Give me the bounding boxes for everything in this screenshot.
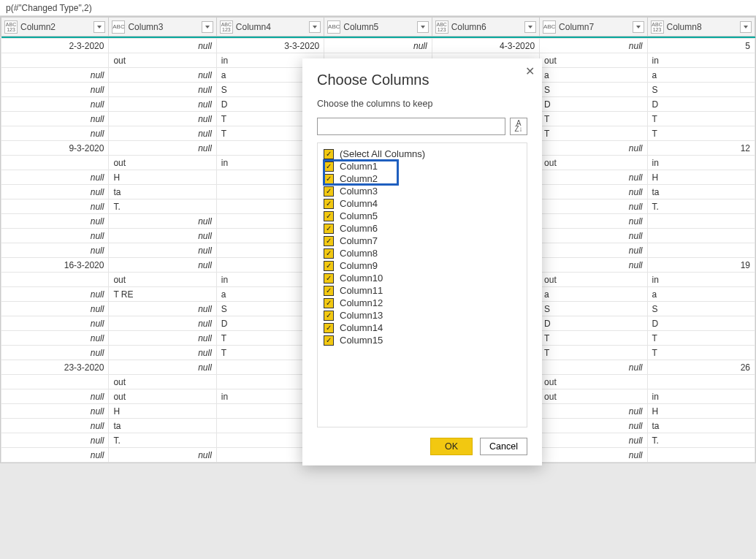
table-cell[interactable]: ta [647,185,755,199]
table-cell[interactable]: out [109,375,216,389]
column-item[interactable]: Column15 [324,334,521,346]
table-cell[interactable]: null [1,448,109,463]
table-cell[interactable]: T. [647,433,755,448]
column-filter-dropdown[interactable] [93,21,105,33]
text-type-icon[interactable]: ABC [543,20,556,34]
ok-button[interactable]: OK [430,438,473,455]
table-cell[interactable]: ta [647,419,755,433]
table-cell[interactable]: out [109,156,216,170]
table-cell[interactable]: 19 [647,258,755,273]
table-cell[interactable]: null [540,170,647,185]
table-cell[interactable]: 23-3-2020 [1,360,109,375]
table-cell[interactable]: null [109,302,216,316]
column-item[interactable]: Column3 [324,185,521,197]
table-cell[interactable]: a [647,68,755,83]
table-cell[interactable]: null [109,126,216,141]
table-cell[interactable]: T [540,112,647,126]
checkbox-checked-icon[interactable] [324,211,334,221]
table-cell[interactable]: out [540,375,647,389]
table-cell[interactable]: null [540,243,647,258]
table-cell[interactable]: null [1,214,109,229]
table-cell[interactable]: T [647,126,755,141]
table-cell[interactable]: out [109,53,216,68]
table-cell[interactable]: T. [109,433,216,448]
table-cell[interactable]: T [647,346,755,360]
table-cell[interactable]: S [647,302,755,316]
table-cell[interactable]: null [1,229,109,243]
column-header[interactable]: ABC123Column4 [216,18,324,37]
checkbox-checked-icon[interactable] [324,273,334,284]
table-cell[interactable]: T. [647,199,755,214]
column-item[interactable]: Column6 [324,222,521,235]
table-cell[interactable]: T RE [109,287,216,302]
column-header[interactable]: ABCColumn5 [324,18,432,37]
table-cell[interactable]: null [109,448,216,463]
table-cell[interactable]: null [540,419,647,433]
table-cell[interactable]: out [540,53,647,68]
table-cell[interactable]: ta [109,419,216,433]
table-cell[interactable]: null [109,243,216,258]
table-cell[interactable]: out [540,156,647,170]
checkbox-checked-icon[interactable] [324,261,334,271]
table-cell[interactable]: D [647,316,755,331]
table-cell[interactable]: out [540,273,647,287]
table-cell[interactable]: in [647,273,755,287]
column-item[interactable]: Column13 [324,309,521,322]
table-cell[interactable]: null [1,68,109,83]
table-cell[interactable]: S [540,83,647,97]
column-item[interactable]: Column14 [324,322,521,334]
table-cell[interactable]: D [540,316,647,331]
table-cell[interactable]: T [647,112,755,126]
column-filter-dropdown[interactable] [309,21,321,33]
table-cell[interactable]: in [647,53,755,68]
table-cell[interactable]: ta [109,185,216,199]
table-cell[interactable]: a [540,287,647,302]
table-cell[interactable]: out [540,389,647,404]
table-cell[interactable]: null [1,404,109,419]
table-cell[interactable]: null [1,389,109,404]
checkbox-checked-icon[interactable] [324,286,334,296]
table-cell[interactable] [1,53,109,68]
table-cell[interactable]: null [109,346,216,360]
table-cell[interactable]: null [109,97,216,112]
column-list[interactable]: (Select All Columns) Column1Column2Colum… [317,142,527,427]
table-cell[interactable]: null [109,83,216,97]
table-cell[interactable]: D [647,97,755,112]
table-cell[interactable] [1,375,109,389]
table-cell[interactable]: in [647,389,755,404]
table-cell[interactable]: null [109,229,216,243]
cancel-button[interactable]: Cancel [480,438,527,455]
checkbox-checked-icon[interactable] [324,199,334,209]
table-cell[interactable]: 26 [647,360,755,375]
table-cell[interactable]: null [1,97,109,112]
table-cell[interactable] [647,229,755,243]
column-filter-dropdown[interactable] [740,21,752,33]
table-cell[interactable]: null [540,448,647,463]
table-cell[interactable]: null [540,141,647,156]
column-header[interactable]: ABC123Column8 [647,18,755,37]
table-row[interactable]: 2-3-2020null3-3-2020null4-3-2020null5 [1,39,755,53]
table-cell[interactable]: a [647,287,755,302]
column-header[interactable]: ABC123Column2 [1,18,109,37]
text-type-icon[interactable]: ABC [112,20,125,34]
table-cell[interactable]: null [109,214,216,229]
table-cell[interactable]: null [109,360,216,375]
table-cell[interactable]: null [1,243,109,258]
table-cell[interactable] [1,156,109,170]
table-cell[interactable]: null [1,433,109,448]
column-item[interactable]: Column2 [324,172,521,185]
checkbox-checked-icon[interactable] [324,161,334,172]
checkbox-checked-icon[interactable] [324,186,334,197]
table-cell[interactable]: null [540,404,647,419]
table-cell[interactable]: null [540,360,647,375]
column-item[interactable]: Column10 [324,272,521,284]
table-cell[interactable]: null [109,316,216,331]
checkbox-checked-icon[interactable] [324,224,334,234]
column-item[interactable]: Column9 [324,259,521,272]
table-cell[interactable] [647,214,755,229]
sort-az-button[interactable]: AZ↓ [510,118,527,135]
table-cell[interactable]: null [1,170,109,185]
table-cell[interactable]: H [109,170,216,185]
table-cell[interactable]: 3-3-2020 [216,39,324,53]
checkbox-checked-icon[interactable] [324,149,334,159]
